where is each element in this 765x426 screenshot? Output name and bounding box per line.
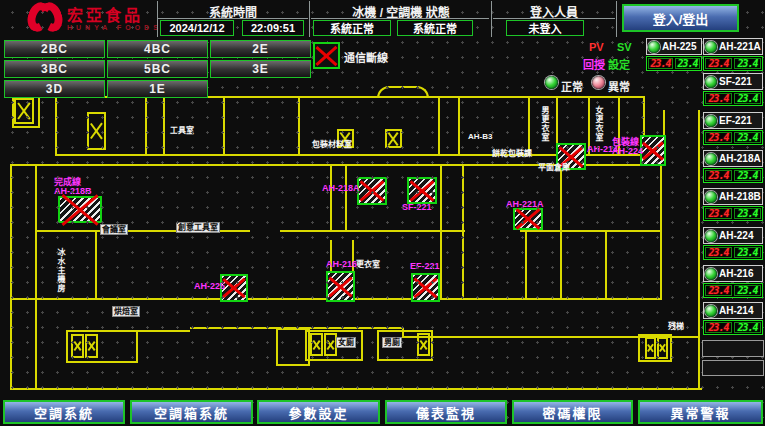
stairs-icon <box>14 98 34 124</box>
sv-value: 23.4 <box>734 93 761 104</box>
floor-button-2e[interactable]: 2E <box>210 40 311 58</box>
nav-button-meter-monitor[interactable]: 儀表監視 <box>385 400 507 424</box>
equipment-name: AH-214 <box>719 305 753 316</box>
equipment-name: AH-221A <box>719 41 761 52</box>
abnormal-led-icon <box>592 76 605 89</box>
stairs-icon <box>87 112 106 150</box>
equipment-item[interactable]: AH-224 23.423.4 <box>703 227 763 260</box>
sv-value: 23.4 <box>734 132 761 143</box>
stairs-icon <box>310 333 323 356</box>
comm-lost-icon[interactable] <box>411 273 440 302</box>
equipment-name: AH-218A <box>719 153 761 164</box>
sv-value: 23.4 <box>734 58 761 69</box>
pv-value: 23.4 <box>705 322 732 333</box>
empty-equipment-slot <box>702 360 764 376</box>
logo-mark-icon <box>28 2 62 36</box>
comm-lost-legend-icon <box>313 42 340 69</box>
status-led-icon <box>705 153 717 165</box>
sv-value: 23.4 <box>734 247 761 258</box>
status-led-icon <box>705 41 717 53</box>
stairs-icon <box>417 333 430 356</box>
comm-lost-icon[interactable] <box>326 271 355 302</box>
map-room-label: 平面倉庫 <box>538 163 570 172</box>
equipment-item[interactable]: AH-225 23.423.4 <box>646 38 702 71</box>
nav-button-password-auth[interactable]: 密碼權限 <box>512 400 633 424</box>
map-unit-label: AH-224 <box>612 147 643 156</box>
status-led-icon <box>705 268 717 280</box>
map-room-label: 烘焙室 <box>112 306 140 317</box>
map-room-label: 會議室 <box>100 224 128 235</box>
map-unit-label: AH-218B <box>54 187 92 196</box>
floor-button-4bc[interactable]: 4BC <box>107 40 208 58</box>
empty-equipment-slot <box>702 340 764 357</box>
stairs-icon <box>71 334 84 358</box>
comm-lost-icon[interactable] <box>58 196 102 223</box>
equipment-item[interactable]: AH-221A 23.423.4 <box>703 38 763 71</box>
pv-value: 23.4 <box>705 58 732 69</box>
nav-button-parameters[interactable]: 參數設定 <box>257 400 380 424</box>
equipment-item[interactable]: AH-216 23.423.4 <box>703 265 763 298</box>
brand-subtitle: HUNYA FOODS <box>67 24 162 31</box>
pv-value: 23.4 <box>705 93 732 104</box>
sv-value: 23.4 <box>734 208 761 219</box>
map-unit-label: SF-221 <box>402 203 432 212</box>
stairs-icon <box>657 337 668 359</box>
map-unit-label: AH-225 <box>194 282 225 291</box>
normal-led-icon <box>545 76 558 89</box>
date-display: 2024/12/12 <box>160 20 234 36</box>
map-unit-label: AH-218A <box>322 184 360 193</box>
map-room-label: 餅乾包裝課 <box>492 149 532 158</box>
status-led-icon <box>648 41 660 53</box>
pv-value: 23.4 <box>705 208 732 219</box>
map-room-label: 男更衣室 <box>540 106 549 142</box>
equipment-item[interactable]: AH-218A 23.423.4 <box>703 150 763 183</box>
login-logout-button[interactable]: 登入/登出 <box>622 4 739 32</box>
status-led-icon <box>705 305 717 317</box>
brand-logo: 宏亞食品 HUNYA FOODS <box>28 2 162 36</box>
comm-lost-icon[interactable] <box>513 208 543 230</box>
map-room-label: 殘梯 <box>668 322 684 331</box>
floor-button-5bc[interactable]: 5BC <box>107 60 208 78</box>
login-user-value: 未登入 <box>506 20 584 36</box>
abnormal-label: 異常 <box>608 78 630 94</box>
comm-lost-icon[interactable] <box>640 135 666 166</box>
status-led-icon <box>705 115 717 127</box>
status-led-icon <box>705 76 717 88</box>
pv-value: 23.4 <box>705 132 732 143</box>
floor-button-2bc[interactable]: 2BC <box>4 40 105 58</box>
entrance-arch <box>377 86 429 98</box>
pv-value: 23.4 <box>705 170 732 181</box>
floor-button-3d[interactable]: 3D <box>4 80 105 98</box>
map-room-label: 工具室 <box>170 126 194 135</box>
map-room-label: 女廁 <box>336 337 356 348</box>
chiller-status: 系統正常 <box>313 20 391 36</box>
comm-lost-legend-label: 通信斷線 <box>344 49 388 65</box>
sv-value: 23.4 <box>734 170 761 181</box>
nav-button-ahu-system[interactable]: 空調箱系統 <box>130 400 253 424</box>
floor-button-3e[interactable]: 3E <box>210 60 311 78</box>
stairs-icon <box>385 129 402 148</box>
status-led-icon <box>705 191 717 203</box>
pv-value: 23.4 <box>705 285 732 296</box>
map-room-label: 冰水主機房 <box>56 248 65 293</box>
comm-lost-icon[interactable] <box>407 177 437 204</box>
sv-name-label: 設定 <box>608 56 630 72</box>
pv-name-label: 回授 <box>583 56 605 72</box>
map-room-label: AH-B3 <box>468 132 492 141</box>
floor-button-1e[interactable]: 1E <box>107 80 208 98</box>
nav-button-alarm[interactable]: 異常警報 <box>638 400 763 424</box>
map-room-label: 男廁 <box>382 337 402 348</box>
equipment-item[interactable]: AH-214 23.423.4 <box>703 302 763 335</box>
equipment-name: AH-225 <box>662 41 696 52</box>
comm-lost-icon[interactable] <box>357 177 387 205</box>
sv-value: 23.4 <box>734 285 761 296</box>
status-led-icon <box>705 230 717 242</box>
equipment-item[interactable]: SF-221 23.423.4 <box>703 73 763 106</box>
map-room-label: 包裝材料室 <box>312 140 352 149</box>
floor-button-3bc[interactable]: 3BC <box>4 60 105 78</box>
equipment-item[interactable]: AH-218B 23.423.4 <box>703 188 763 221</box>
equipment-item[interactable]: EF-221 23.423.4 <box>703 112 763 145</box>
nav-button-hvac-system[interactable]: 空調系統 <box>3 400 125 424</box>
equipment-name: AH-216 <box>719 268 753 279</box>
brand-name: 宏亞食品 <box>67 7 162 24</box>
